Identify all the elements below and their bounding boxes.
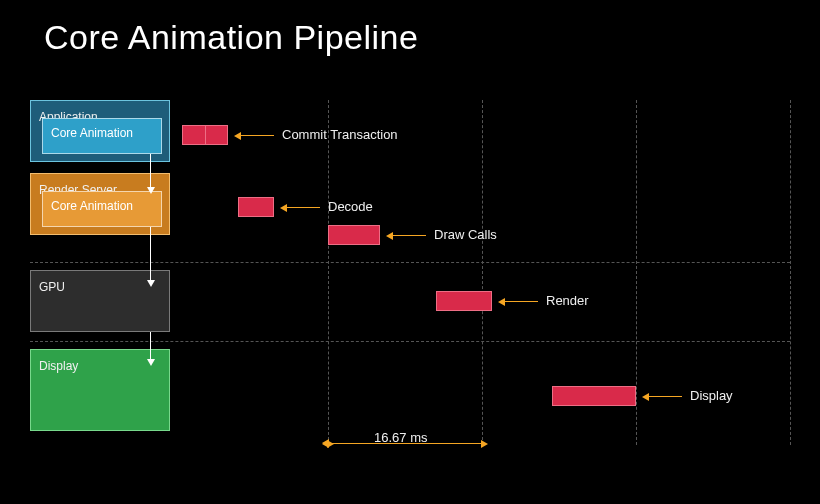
panel-application-inner-label: Core Animation	[51, 126, 133, 140]
label-commit: Commit Transaction	[282, 127, 398, 142]
frame-line-3	[636, 100, 637, 445]
arrow-draw-calls	[392, 235, 426, 236]
panel-application-inner: Core Animation	[42, 118, 162, 154]
frame-line-2	[482, 100, 483, 445]
panel-render-server-inner-label: Core Animation	[51, 199, 133, 213]
bar-draw-calls	[328, 225, 380, 245]
timing-span-left-arrowhead	[322, 439, 329, 447]
bar-render	[436, 291, 492, 311]
label-decode: Decode	[328, 199, 373, 214]
bar-decode	[238, 197, 274, 217]
panel-display-label: Display	[39, 359, 78, 373]
frame-line-1	[328, 100, 329, 445]
bar-commit-transaction	[182, 125, 228, 145]
frame-line-4	[790, 100, 791, 445]
arrow-render	[504, 301, 538, 302]
label-timing: 16.67 ms	[374, 430, 427, 445]
panel-gpu-label: GPU	[39, 280, 65, 294]
diagram-stage: Core Animation Pipeline Application Core…	[0, 0, 820, 504]
label-draw-calls: Draw Calls	[434, 227, 497, 242]
slide-title: Core Animation Pipeline	[44, 18, 418, 57]
panel-render-server-inner: Core Animation	[42, 191, 162, 227]
lane-divider-2	[30, 341, 790, 342]
arrow-decode	[286, 207, 320, 208]
flow-arrow-gpu-to-display	[150, 332, 151, 360]
lane-divider-1	[30, 262, 790, 263]
label-render: Render	[546, 293, 589, 308]
arrow-commit	[240, 135, 274, 136]
flow-arrow-rs-to-gpu	[150, 227, 151, 281]
bar-display	[552, 386, 636, 406]
flow-arrow-app-to-rs	[150, 154, 151, 188]
label-display: Display	[690, 388, 733, 403]
arrow-display	[648, 396, 682, 397]
